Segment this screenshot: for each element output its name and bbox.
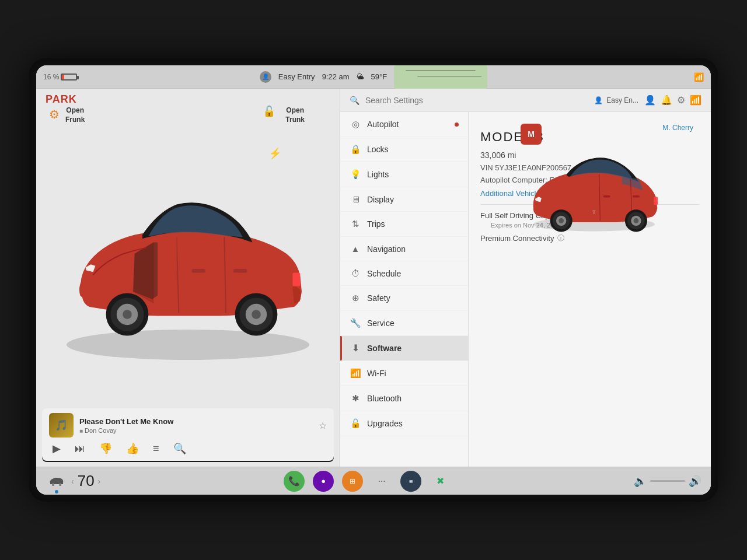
status-bar: 16 % 👤 Easy Entry 9:22 am 🌥 59°F 📶 [36,65,711,89]
song-artist: ■ Don Covay [79,427,313,434]
equalizer-button[interactable]: ≡ [152,442,160,456]
temperature-display: 59°F [371,72,388,81]
settings-icon: ⚙ [677,94,685,106]
profile-icon-header: 👤 [594,96,603,104]
upgrades-icon: 🔓 [350,418,361,429]
person-icon: 👤 [644,94,656,106]
menu-item-locks[interactable]: 🔒 Locks [340,137,468,162]
autopilot-dot [455,123,459,127]
car-image-right: T [518,141,670,235]
open-trunk-button[interactable]: OpenTrunk [285,106,305,124]
music-controls: ▶ ⏭ 👎 👍 ≡ 🔍 [49,441,327,456]
lock-icon-car: 🔓 [263,105,275,118]
trips-label: Trips [367,219,385,229]
autopilot-icon: ◎ [350,119,361,130]
bell-icon: 🔔 [661,94,672,106]
menu-item-software[interactable]: ⬇ Software [340,336,468,361]
bluetooth-icon: ✱ [350,393,361,404]
battery-indicator: 16 % [43,73,77,81]
car-tab-icon[interactable] [46,470,68,492]
bezel: 16 % 👤 Easy Entry 9:22 am 🌥 59°F 📶 [29,58,718,502]
menu-item-wifi[interactable]: 📶 Wi-Fi [340,361,468,386]
search-music-button[interactable]: 🔍 [172,441,187,456]
premium-info-icon[interactable]: ⓘ [557,233,564,243]
volume-up-button[interactable]: 🔊 [689,475,701,488]
wifi-label: Wi-Fi [367,369,386,378]
schedule-label: Schedule [367,269,401,278]
autopilot-label: Autopilot [367,120,399,129]
screen: 16 % 👤 Easy Entry 9:22 am 🌥 59°F 📶 [36,65,711,495]
menu-item-bluetooth[interactable]: ✱ Bluetooth [340,386,468,411]
cross-icon-taskbar[interactable]: ✖ [430,471,451,492]
map-thumbnail [394,65,487,89]
camera-icon-taskbar[interactable]: ● [313,471,334,492]
bottom-icons: 📞 ● ⊞ ··· ≡ ✖ [284,471,451,492]
speed-value: 70 [78,472,95,490]
svg-text:T: T [592,209,596,215]
music-info: 🎵 Please Don't Let Me Know ■ Don Covay ☆ [49,413,327,438]
main-content: PARK ⚙ OpenFrunk 🔓 OpenTrunk ⚡ [36,89,711,467]
service-icon: 🔧 [350,318,361,328]
weather-icon: 🌥 [357,72,364,81]
more-icon-taskbar[interactable]: ··· [371,471,392,492]
volume-bar [650,480,685,482]
menu-item-safety[interactable]: ⊕ Safety [340,286,468,311]
album-art: 🎵 [49,413,74,438]
settings-header: 🔍 👤 Easy En... 👤 🔔 ⚙ 📶 [340,89,711,112]
thumbs-down-button[interactable]: 👎 [98,441,113,456]
trips-icon: ⇅ [350,219,361,229]
locks-icon: 🔒 [350,144,361,155]
header-icons: 👤 🔔 ⚙ 📶 [644,94,701,106]
menu-item-display[interactable]: 🖥 Display [340,187,468,212]
music-player: 🎵 Please Don't Let Me Know ■ Don Covay ☆… [42,408,334,461]
premium-label: Premium Connectivity [480,234,554,243]
play-button[interactable]: ▶ [51,441,62,456]
signal-header-icon: 📶 [690,94,701,106]
software-label: Software [367,344,402,353]
list-icon-taskbar[interactable]: ≡ [400,471,421,492]
schedule-icon: ⏱ [350,268,361,278]
menu-item-navigation[interactable]: ▲ Navigation [340,237,468,261]
battery-fill [62,75,64,79]
menu-item-schedule[interactable]: ⏱ Schedule [340,261,468,286]
grid-icon-taskbar[interactable]: ⊞ [342,471,363,492]
lights-label: Lights [367,170,389,179]
profile-display-name: M. Cherry [662,124,693,132]
profile-name-header: Easy En... [606,96,638,104]
right-arrow[interactable]: › [98,477,101,486]
software-icon: ⬇ [350,343,361,354]
svg-point-16 [558,218,564,223]
profile-icon-top: 👤 [260,71,271,83]
menu-item-trips[interactable]: ⇅ Trips [340,212,468,237]
favorite-icon[interactable]: ☆ [319,420,327,431]
search-input[interactable] [365,96,588,105]
safety-icon: ⊕ [350,293,361,303]
open-frunk-button[interactable]: OpenFrunk [65,106,85,124]
thumbs-up-button[interactable]: 👍 [125,441,140,456]
menu-item-lights[interactable]: 💡 Lights [340,162,468,187]
speed-bar: ‹ 70 › 📞 ● ⊞ ··· ≡ ✖ 🔈 🔊 [36,467,711,495]
bluetooth-label: Bluetooth [367,394,402,403]
menu-item-service[interactable]: 🔧 Service [340,311,468,336]
svg-point-26 [59,483,61,485]
display-icon: 🖥 [350,194,361,204]
svg-point-20 [634,218,639,223]
volume-down-button[interactable]: 🔈 [634,475,647,488]
menu-item-upgrades[interactable]: 🔓 Upgrades [340,411,468,436]
left-arrow[interactable]: ‹ [71,477,74,486]
menu-item-autopilot[interactable]: ◎ Autopilot [340,112,468,137]
settings-content: ◎ Autopilot 🔒 Locks 💡 Lights [340,112,711,467]
profile-label-top: Easy Entry [278,72,315,81]
svg-rect-9 [292,273,300,286]
vehicle-info-section: M M. Cherry [480,124,699,243]
service-label: Service [367,318,395,328]
navigation-label: Navigation [367,244,406,254]
battery-bar [61,74,77,80]
status-bar-right: 📶 [587,72,704,82]
wifi-icon: 📶 [350,368,361,379]
locks-label: Locks [367,145,389,154]
next-button[interactable]: ⏭ [74,442,86,456]
svg-rect-21 [654,197,658,205]
phone-icon-taskbar[interactable]: 📞 [284,471,305,492]
search-icon: 🔍 [350,96,359,105]
